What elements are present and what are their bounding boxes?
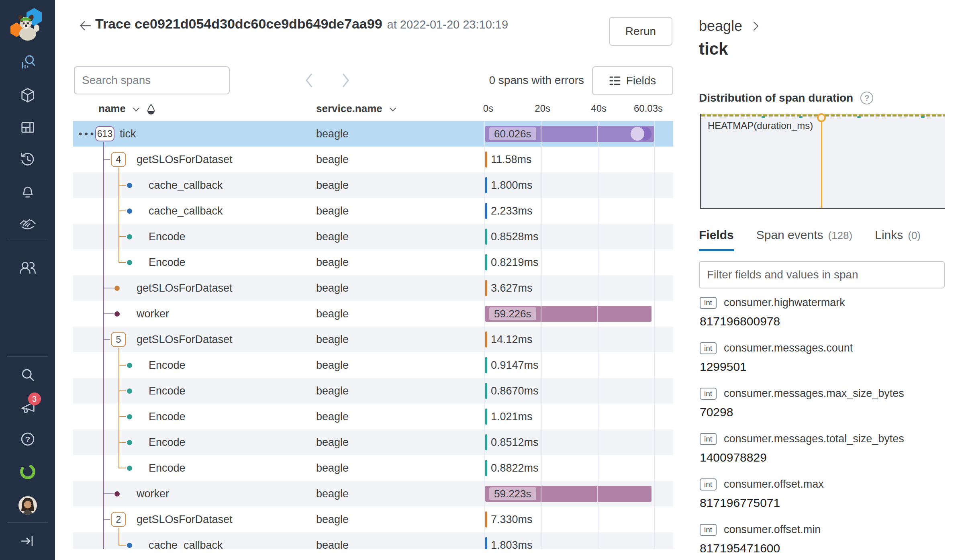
sidebar-item-status[interactable] xyxy=(0,462,55,481)
span-row-Encode[interactable]: Encodebeagle0.9147ms xyxy=(73,352,673,378)
span-name-cell[interactable]: cache_callback xyxy=(149,172,223,198)
span-row-cache_callback[interactable]: cache_callbackbeagle1.803ms xyxy=(73,532,673,549)
span-row-Encode[interactable]: Encodebeagle0.8512ms xyxy=(73,429,673,455)
sidebar-item-slos[interactable] xyxy=(0,214,55,233)
field-item-consumer.offset.max[interactable]: intconsumer.offset.max817196775071 xyxy=(700,478,957,510)
selected-span-name: tick xyxy=(699,39,728,59)
field-item-consumer.messages.count[interactable]: intconsumer.messages.count1299501 xyxy=(700,342,957,374)
span-duration-marker-dot xyxy=(817,113,826,122)
span-row-worker[interactable]: workerbeagle59.223s xyxy=(73,481,673,507)
field-item-consumer.messages.max_size_bytes[interactable]: intconsumer.messages.max_size_bytes70298 xyxy=(700,387,957,419)
span-name-cell[interactable]: getSLOsForDataset xyxy=(137,147,233,172)
tree-connector xyxy=(118,390,126,391)
span-row-getSLOsForDataset[interactable]: 5getSLOsForDatasetbeagle14.12ms xyxy=(73,327,673,352)
sidebar-item-query[interactable] xyxy=(0,53,55,72)
history-clock-icon xyxy=(19,151,37,168)
column-header-name[interactable]: name xyxy=(98,99,155,118)
child-count-badge[interactable]: 4 xyxy=(111,152,126,167)
span-row-getSLOsForDataset[interactable]: 2getSLOsForDatasetbeagle7.330ms xyxy=(73,507,673,532)
filter-fields-input[interactable] xyxy=(699,261,945,288)
back-arrow-icon xyxy=(78,18,93,33)
span-name-cell[interactable]: cache_callback xyxy=(149,198,223,224)
span-row-Encode[interactable]: Encodebeagle0.8822ms xyxy=(73,455,673,481)
span-name-cell[interactable]: getSLOsForDataset xyxy=(137,275,233,301)
tab-span-events[interactable]: Span events(128) xyxy=(756,228,853,251)
duration-bar[interactable]: 59.226s xyxy=(485,306,652,322)
span-row-cache_callback[interactable]: cache_callbackbeagle1.800ms xyxy=(73,172,673,198)
sidebar-item-triggers[interactable] xyxy=(0,182,55,201)
rerun-button[interactable]: Rerun xyxy=(609,17,672,46)
tab-fields[interactable]: Fields xyxy=(699,228,734,251)
field-item-consumer.offset.min[interactable]: intconsumer.offset.min817195471600 xyxy=(700,523,957,555)
span-name-cell[interactable]: Encode xyxy=(149,429,186,455)
timeline-gridline xyxy=(654,121,655,549)
child-count-badge[interactable]: 2 xyxy=(111,512,126,527)
sidebar-item-whats-new[interactable]: 3 xyxy=(0,399,55,418)
sidebar-item-history[interactable] xyxy=(0,150,55,169)
field-item-consumer.messages.total_size_bytes[interactable]: intconsumer.messages.total_size_bytes140… xyxy=(700,433,957,464)
svg-text:?: ? xyxy=(25,435,30,444)
tree-connector xyxy=(104,159,110,160)
duration-value: 0.9147ms xyxy=(491,352,539,378)
duration-value: 1.800ms xyxy=(491,172,533,198)
handshake-icon xyxy=(18,215,37,233)
span-name-cell[interactable]: getSLOsForDataset xyxy=(137,327,233,352)
span-name-cell[interactable]: Encode xyxy=(149,455,186,481)
service-name-cell: beagle xyxy=(316,301,349,327)
span-name-cell[interactable]: Encode xyxy=(149,404,186,429)
span-row-Encode[interactable]: Encodebeagle0.8219ms xyxy=(73,249,673,275)
timeline-gridline xyxy=(541,121,542,549)
field-type-badge: int xyxy=(700,524,717,536)
tab-links[interactable]: Links(0) xyxy=(875,228,921,251)
span-row-Encode[interactable]: Encodebeagle1.021ms xyxy=(73,404,673,429)
next-span-button[interactable] xyxy=(336,69,355,92)
span-name-cell[interactable]: cache_callback xyxy=(149,532,223,549)
breadcrumb-service[interactable]: beagle xyxy=(699,18,742,35)
span-name-cell[interactable]: Encode xyxy=(149,352,186,378)
search-spans-input[interactable] xyxy=(74,66,230,94)
child-count-badge[interactable]: 613 xyxy=(95,126,114,141)
help-icon[interactable]: ? xyxy=(860,92,873,104)
breadcrumb[interactable]: beagle xyxy=(699,18,759,35)
user-avatar[interactable] xyxy=(0,496,55,515)
prev-span-button[interactable] xyxy=(299,69,319,92)
collapsed-ancestors-dots[interactable]: ••• xyxy=(79,121,96,147)
field-item-consumer.highwatermark[interactable]: intconsumer.highwatermark817196800978 xyxy=(700,296,957,328)
fields-toggle-button[interactable]: Fields xyxy=(592,66,673,95)
duration-value: 7.330ms xyxy=(491,507,533,532)
honeycomb-logo[interactable] xyxy=(0,4,55,44)
span-name-cell[interactable]: worker xyxy=(137,481,169,507)
duration-tick-bar xyxy=(485,203,487,219)
back-button[interactable] xyxy=(78,18,93,33)
field-name: consumer.offset.min xyxy=(724,523,821,536)
duration-bar[interactable]: 59.223s xyxy=(485,486,652,502)
sidebar-item-help[interactable]: ? xyxy=(0,429,55,449)
sidebar-item-search[interactable] xyxy=(0,366,55,385)
droplet-density-icon[interactable] xyxy=(147,104,155,115)
child-count-badge[interactable]: 5 xyxy=(111,332,126,347)
span-row-Encode[interactable]: Encodebeagle0.8528ms xyxy=(73,224,673,249)
span-name-cell[interactable]: Encode xyxy=(149,378,186,404)
tree-vertical-line xyxy=(118,348,119,468)
span-row-getSLOsForDataset[interactable]: 4getSLOsForDatasetbeagle11.58ms xyxy=(73,147,673,172)
sidebar-collapse-button[interactable] xyxy=(0,531,55,551)
bar-gridline xyxy=(597,126,598,142)
sidebar-item-team[interactable] xyxy=(0,258,55,278)
span-name-cell[interactable]: Encode xyxy=(149,224,186,249)
leaf-span-dot xyxy=(127,363,132,368)
span-name-cell[interactable]: getSLOsForDataset xyxy=(137,507,233,532)
span-row-getSLOsForDataset[interactable]: getSLOsForDatasetbeagle3.627ms xyxy=(73,275,673,301)
span-row-tick[interactable]: •••613tickbeagle60.026s xyxy=(73,121,673,147)
sidebar-item-boards[interactable] xyxy=(0,118,55,137)
span-row-Encode[interactable]: Encodebeagle0.8670ms xyxy=(73,378,673,404)
span-name-cell[interactable]: worker xyxy=(137,301,169,327)
sidebar-item-datasets[interactable] xyxy=(0,86,55,105)
span-row-cache_callback[interactable]: cache_callbackbeagle2.233ms xyxy=(73,198,673,224)
service-name-cell: beagle xyxy=(316,429,349,455)
column-header-service-name[interactable]: service.name xyxy=(316,99,396,118)
span-name-cell[interactable]: tick xyxy=(120,121,136,147)
duration-bar[interactable]: 60.026s xyxy=(485,126,654,142)
span-row-worker[interactable]: workerbeagle59.226s xyxy=(73,301,673,327)
span-toggle-knob[interactable] xyxy=(631,127,644,141)
span-name-cell[interactable]: Encode xyxy=(149,249,186,275)
